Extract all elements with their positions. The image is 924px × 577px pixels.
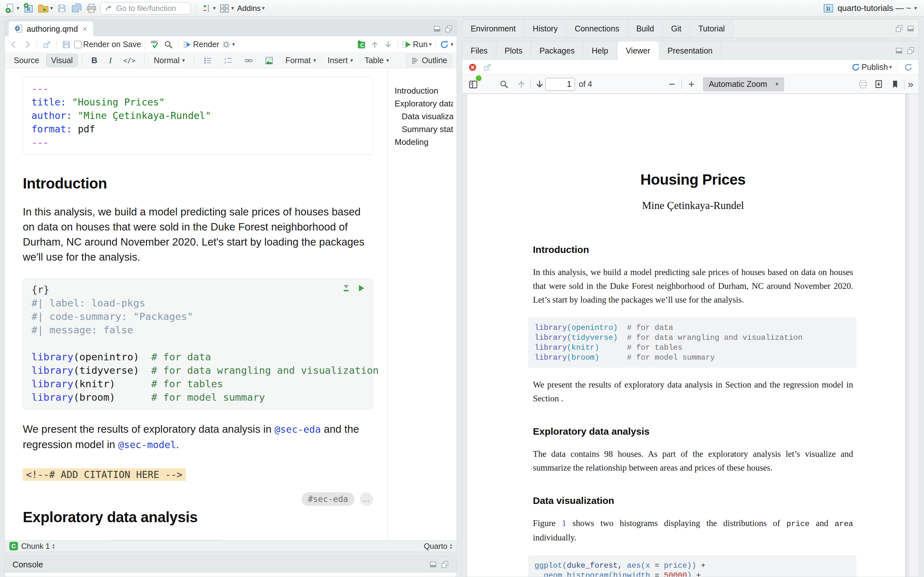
- goto-file-box[interactable]: [100, 2, 191, 15]
- pdf-viewport[interactable]: Housing Prices Mine Çetinkaya-Rundel Int…: [462, 94, 919, 577]
- workspace-panes-button[interactable]: ▾: [219, 2, 234, 15]
- code-chunk-load-pkgs[interactable]: {r} #| label: load-pkgs #| code-summary:…: [23, 279, 373, 409]
- outline-toggle-button[interactable]: Outline: [406, 54, 452, 67]
- run-button[interactable]: Run ▾: [402, 38, 431, 51]
- tab-plots[interactable]: Plots: [496, 41, 531, 60]
- bold-button[interactable]: B: [87, 54, 102, 67]
- yaml-metadata-block[interactable]: --- title: "Housing Prices" author: "Min…: [23, 77, 373, 155]
- tab-history[interactable]: History: [524, 19, 566, 37]
- rerun-caret[interactable]: ▾: [451, 42, 453, 47]
- outline-item-modeling[interactable]: Modeling: [395, 135, 453, 148]
- chunk-position-label[interactable]: Chunk 1: [21, 542, 50, 551]
- stop-preview-button[interactable]: [467, 61, 478, 74]
- rerun-button[interactable]: ▾: [439, 38, 453, 51]
- forward-button[interactable]: [21, 38, 33, 51]
- pdf-zoom-out-button[interactable]: −: [666, 78, 678, 90]
- tab-files[interactable]: Files: [462, 41, 496, 60]
- save-doc-button[interactable]: [61, 38, 72, 51]
- render-on-save-checkbox[interactable]: Render on Save: [74, 38, 141, 51]
- pdf-previous-page-button[interactable]: [515, 78, 527, 91]
- console-body[interactable]: [5, 573, 457, 577]
- pdf-bookmark-button[interactable]: [889, 78, 901, 91]
- minimize-pane-icon[interactable]: [895, 47, 903, 55]
- project-selector[interactable]: quarto-tutorials — ~ ▾: [822, 3, 917, 14]
- insert-dropdown[interactable]: Insert▾: [323, 55, 357, 66]
- code-format-button[interactable]: </>: [119, 55, 140, 66]
- render-settings-button[interactable]: ▾: [221, 38, 235, 51]
- refresh-viewer-button[interactable]: [903, 61, 914, 74]
- back-button[interactable]: [8, 38, 19, 51]
- popout-window-button[interactable]: [41, 38, 53, 51]
- language-mode-label[interactable]: Quarto: [424, 542, 447, 551]
- pdf-search-button[interactable]: [498, 78, 510, 91]
- goto-file-input[interactable]: [116, 4, 180, 13]
- pdf-figure-link[interactable]: 1: [562, 518, 566, 528]
- go-next-section-button[interactable]: [383, 38, 394, 51]
- paragraph-style-dropdown[interactable]: Normal▾: [149, 55, 189, 66]
- minimize-pane-icon[interactable]: [433, 25, 441, 33]
- checkbox-icon[interactable]: [74, 41, 82, 48]
- open-file-caret[interactable]: ▾: [50, 5, 53, 11]
- maximize-pane-icon[interactable]: [441, 560, 449, 569]
- italic-button[interactable]: I: [105, 55, 116, 67]
- outline-item-introduction[interactable]: Introduction: [395, 84, 453, 97]
- section-menu-button[interactable]: …: [360, 492, 373, 506]
- pdf-print-button[interactable]: [857, 78, 869, 91]
- console-header[interactable]: Console: [5, 556, 457, 573]
- insert-chunk-button[interactable]: [355, 38, 367, 51]
- outline-item-summary-statistics[interactable]: Summary statis…: [395, 123, 453, 135]
- open-file-button[interactable]: ▾: [37, 2, 53, 15]
- pdf-sidebar-toggle-button[interactable]: [467, 78, 479, 91]
- save-all-button[interactable]: [71, 2, 82, 15]
- run-chunk-icon[interactable]: [356, 284, 366, 293]
- document-content[interactable]: --- title: "Housing Prices" author: "Min…: [5, 68, 387, 540]
- bullet-list-button[interactable]: [199, 55, 216, 66]
- pdf-scrollbar[interactable]: [905, 94, 919, 577]
- maximize-pane-icon[interactable]: [444, 25, 453, 33]
- go-prev-section-button[interactable]: [369, 38, 381, 51]
- print-button[interactable]: [86, 2, 97, 15]
- pdf-zoom-select[interactable]: Automatic Zoom ▾: [703, 77, 784, 91]
- pdf-zoom-in-button[interactable]: +: [685, 78, 698, 90]
- pdf-page-number-input[interactable]: [545, 78, 575, 91]
- source-mode-button[interactable]: Source: [9, 55, 44, 66]
- outline-item-data-visualization[interactable]: Data visualization: [395, 110, 453, 123]
- publish-button[interactable]: Publish ▾: [851, 61, 892, 74]
- pdf-download-button[interactable]: [873, 78, 885, 91]
- run-caret[interactable]: ▾: [429, 42, 432, 47]
- maximize-pane-icon[interactable]: [906, 24, 915, 33]
- numbered-list-button[interactable]: [219, 55, 237, 66]
- language-mode-stepper[interactable]: ▴▾: [450, 543, 452, 550]
- chunk-position-stepper[interactable]: ▴▾: [52, 543, 55, 550]
- new-project-button[interactable]: [23, 2, 34, 15]
- tab-packages[interactable]: Packages: [531, 41, 583, 60]
- find-replace-button[interactable]: [163, 38, 174, 51]
- tab-build[interactable]: Build: [628, 19, 663, 37]
- table-dropdown[interactable]: Table▾: [360, 55, 393, 66]
- spellcheck-button[interactable]: [149, 38, 161, 51]
- addins-button[interactable]: Addins▾: [237, 2, 265, 15]
- render-button[interactable]: Render: [182, 38, 220, 51]
- tab-tutorial[interactable]: Tutorial: [690, 19, 733, 37]
- tab-viewer[interactable]: Viewer: [618, 41, 659, 60]
- tab-help[interactable]: Help: [583, 41, 617, 60]
- image-button[interactable]: [260, 55, 278, 66]
- tab-git[interactable]: Git: [663, 19, 690, 37]
- tab-connections[interactable]: Connections: [566, 19, 628, 37]
- tab-close-icon[interactable]: ×: [82, 24, 87, 34]
- link-button[interactable]: [240, 55, 258, 66]
- visual-mode-button[interactable]: Visual: [46, 54, 78, 67]
- workspace-panes-caret[interactable]: ▾: [231, 5, 234, 11]
- pdf-next-page-button[interactable]: [534, 78, 545, 91]
- save-button[interactable]: [56, 2, 68, 15]
- run-chunks-above-icon[interactable]: [341, 284, 351, 293]
- maximize-pane-icon[interactable]: [906, 47, 915, 55]
- minimize-pane-icon[interactable]: [429, 560, 437, 569]
- viewer-popout-button[interactable]: [481, 61, 493, 74]
- new-file-caret[interactable]: ▾: [17, 5, 19, 11]
- version-control-button[interactable]: ▾: [202, 2, 216, 15]
- format-dropdown[interactable]: Format▾: [281, 55, 320, 66]
- tab-authoring-qmd[interactable]: authoring.qmd ×: [9, 21, 93, 36]
- tab-presentation[interactable]: Presentation: [659, 41, 721, 60]
- version-control-caret[interactable]: ▾: [213, 5, 216, 11]
